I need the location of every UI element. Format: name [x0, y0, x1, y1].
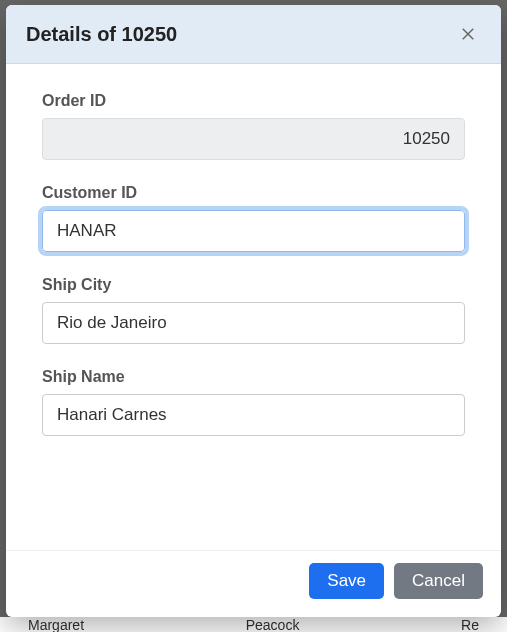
bg-text-left: Margaret — [28, 617, 84, 632]
form-group-customer-id: Customer ID — [42, 184, 465, 252]
cancel-button[interactable]: Cancel — [394, 563, 483, 599]
ship-name-input[interactable] — [42, 394, 465, 436]
background-row: Margaret Peacock Re — [0, 617, 507, 632]
modal-header: Details of 10250 — [6, 5, 501, 64]
close-icon — [459, 25, 477, 43]
bg-text-right: Re — [461, 617, 479, 632]
details-modal: Details of 10250 Order ID Customer ID Sh… — [6, 5, 501, 617]
customer-id-label: Customer ID — [42, 184, 465, 202]
modal-footer: Save Cancel — [6, 550, 501, 617]
customer-id-input[interactable] — [42, 210, 465, 252]
form-group-order-id: Order ID — [42, 92, 465, 160]
modal-title: Details of 10250 — [26, 23, 177, 46]
modal-body: Order ID Customer ID Ship City Ship Name — [6, 64, 501, 550]
ship-city-label: Ship City — [42, 276, 465, 294]
order-id-input — [42, 118, 465, 160]
close-button[interactable] — [455, 21, 481, 47]
form-group-ship-name: Ship Name — [42, 368, 465, 436]
ship-city-input[interactable] — [42, 302, 465, 344]
ship-name-label: Ship Name — [42, 368, 465, 386]
order-id-label: Order ID — [42, 92, 465, 110]
save-button[interactable]: Save — [309, 563, 384, 599]
form-group-ship-city: Ship City — [42, 276, 465, 344]
bg-text-mid: Peacock — [246, 617, 300, 632]
